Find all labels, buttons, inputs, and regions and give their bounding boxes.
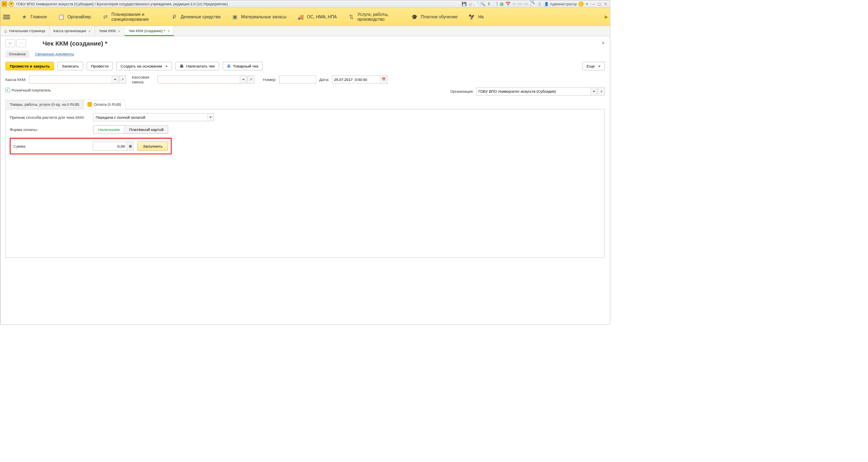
tab-label: Касса организации	[53, 29, 86, 33]
kassa-kkm-input[interactable]	[29, 76, 112, 84]
hamburger-menu-icon[interactable]	[3, 15, 10, 19]
info-dropdown-icon[interactable]: ▾	[584, 1, 590, 7]
shift-dropdown-icon[interactable]	[241, 76, 247, 84]
shift-open-icon[interactable]: ↗	[247, 76, 254, 84]
nav-back-button[interactable]: ←	[5, 39, 15, 47]
more-button[interactable]: Еще	[582, 62, 605, 70]
print-icon[interactable]: 🖨	[467, 1, 473, 7]
calculator-icon[interactable]: ▦	[499, 1, 505, 7]
app-menu-dropdown[interactable]	[8, 1, 14, 7]
kassa-open-icon[interactable]: ↗	[119, 76, 126, 84]
number-input[interactable]	[279, 76, 316, 84]
payment-method-select[interactable]	[93, 113, 207, 121]
tab-cheki-kkm[interactable]: Чеки ККМ ×	[95, 26, 125, 36]
number-label: Номер:	[263, 77, 276, 82]
shift-label: Кассовая смена:	[132, 75, 154, 84]
create-based-button[interactable]: Создать на основании	[116, 62, 172, 70]
close-window-icon[interactable]: ✕	[603, 1, 609, 7]
tab-kassa-org[interactable]: Касса организации ×	[50, 26, 95, 36]
upload-icon[interactable]: ⬆	[486, 1, 492, 7]
zoom-icon[interactable]: 🔍⁺	[530, 1, 536, 7]
window-title-bar: 1c ГОБУ ВПО Университет искусств (Субсид…	[0, 0, 610, 8]
kassa-dropdown-icon[interactable]	[112, 76, 118, 84]
nav-money[interactable]: ₽ Денежные средства	[171, 14, 221, 20]
nav-main[interactable]: ★ Главное	[22, 14, 47, 20]
sum-input[interactable]	[93, 142, 127, 150]
nav-planning[interactable]: ⇄ Планирование и санкционирование	[102, 12, 160, 22]
graduation-icon: 🎓	[412, 14, 417, 20]
date-input[interactable]	[332, 76, 381, 84]
user-indicator[interactable]: 👤 Администратор	[542, 2, 578, 6]
money-icon	[87, 102, 92, 107]
tab-chek-kkm-create[interactable]: Чек ККМ (создание) * ×	[125, 26, 174, 36]
nav-assets[interactable]: 🚚 ОС, НМА, НПА	[298, 14, 337, 20]
memory-mminus-icon[interactable]: M-	[524, 1, 530, 7]
nav-scroll-right-icon[interactable]: ▶	[605, 14, 608, 19]
app-logo-icon: 1c	[2, 1, 7, 7]
save-button[interactable]: Записать	[58, 62, 83, 70]
subnav-linked-docs[interactable]: Связанные документы	[35, 52, 74, 57]
inner-tab-goods[interactable]: Товары, работы, услуги (0 ед. на 0 RUB)	[5, 100, 83, 109]
eagle-icon: 🦅	[469, 14, 475, 20]
sum-label: Сумма:	[13, 144, 89, 148]
search-icon[interactable]: 🔍	[480, 1, 486, 7]
payment-method-dropdown-icon[interactable]	[207, 113, 213, 121]
info-icon[interactable]: i	[579, 1, 584, 7]
org-open-icon[interactable]: ↗	[598, 87, 605, 96]
payment-method-label: Признак способа расчета для чека ККМ:	[10, 115, 90, 120]
nav-services[interactable]: ⇅ Услуги, работы, производство	[348, 12, 400, 22]
page-title: Чек ККМ (создание) *	[43, 40, 605, 47]
calendar-picker-icon[interactable]: 📅	[381, 76, 388, 84]
payment-card-toggle[interactable]: Платёжной картой	[125, 125, 169, 134]
nav-organizer[interactable]: 📋 Органайзер	[59, 14, 91, 20]
payment-tab-content: Признак способа расчета для чека ККМ: Фо…	[5, 109, 605, 258]
subnav-main[interactable]: Основное	[5, 50, 29, 58]
payment-cash-toggle[interactable]: Наличными	[93, 125, 125, 134]
maximize-icon[interactable]: ◻	[596, 1, 602, 7]
printer-icon: 🖶	[180, 64, 184, 68]
tab-home[interactable]: ⌂ Начальная страница	[0, 26, 50, 36]
calculator-icon[interactable]: ▦	[127, 142, 133, 150]
nav-education[interactable]: 🎓 Платное обучение	[412, 14, 458, 20]
tab-label: Чек ККМ (создание) *	[128, 28, 165, 33]
org-label: Организация:	[450, 89, 474, 94]
ruble-icon: ₽	[171, 14, 177, 20]
close-icon[interactable]: ×	[88, 29, 91, 33]
save-icon[interactable]: 💾	[461, 1, 467, 7]
memory-mplus-icon[interactable]: M+	[517, 1, 523, 7]
nav-forward-button[interactable]: →	[16, 39, 26, 47]
sliders-icon: ⇅	[348, 14, 354, 20]
panel-icon[interactable]: ▯	[536, 1, 542, 7]
inner-tab-payment[interactable]: Оплата (0 RUB)	[83, 100, 126, 109]
compare-icon[interactable]: 📑	[492, 1, 498, 7]
calendar-icon[interactable]: 📅	[505, 1, 511, 7]
minimize-icon[interactable]: —	[590, 1, 596, 7]
post-and-close-button[interactable]: Провести и закрыть	[5, 62, 54, 70]
payment-form-label: Форма оплаты:	[10, 127, 90, 132]
document-tabs: ⌂ Начальная страница Касса организации ×…	[0, 26, 610, 36]
page-content: ← → Чек ККМ (создание) * × Основное Связ…	[0, 36, 610, 261]
nav-materials[interactable]: ▣ Материальные запасы	[232, 14, 286, 20]
boxes-icon: ▣	[232, 14, 238, 20]
kassa-kkm-label: Касса ККМ:	[5, 77, 26, 82]
user-icon: 👤	[544, 2, 549, 6]
close-icon[interactable]: ×	[167, 28, 170, 33]
tab-label: Чеки ККМ	[99, 29, 116, 33]
retail-checkbox[interactable]: ✓	[5, 88, 10, 92]
truck-icon: 🚚	[298, 14, 304, 20]
tab-home-label: Начальная страница	[9, 29, 45, 33]
close-icon[interactable]: ×	[118, 29, 120, 33]
memory-m-icon[interactable]: M	[511, 1, 517, 7]
goods-receipt-button[interactable]: 🖶Товарный чек	[222, 62, 263, 70]
post-button[interactable]: Провести	[87, 62, 113, 70]
doc-icon[interactable]: 📄	[473, 1, 480, 7]
page-close-icon[interactable]: ×	[602, 40, 605, 46]
user-name: Администратор	[550, 2, 577, 6]
org-input[interactable]	[477, 87, 591, 96]
print-receipt-button[interactable]: 🖶Напечатать чек	[176, 62, 219, 70]
shift-input[interactable]	[158, 76, 241, 84]
fill-button[interactable]: Заполнить	[137, 142, 168, 150]
org-dropdown-icon[interactable]	[591, 87, 597, 96]
nav-more[interactable]: 🦅 На	[469, 14, 484, 20]
main-navigation: ★ Главное 📋 Органайзер ⇄ Планирование и …	[0, 8, 610, 26]
